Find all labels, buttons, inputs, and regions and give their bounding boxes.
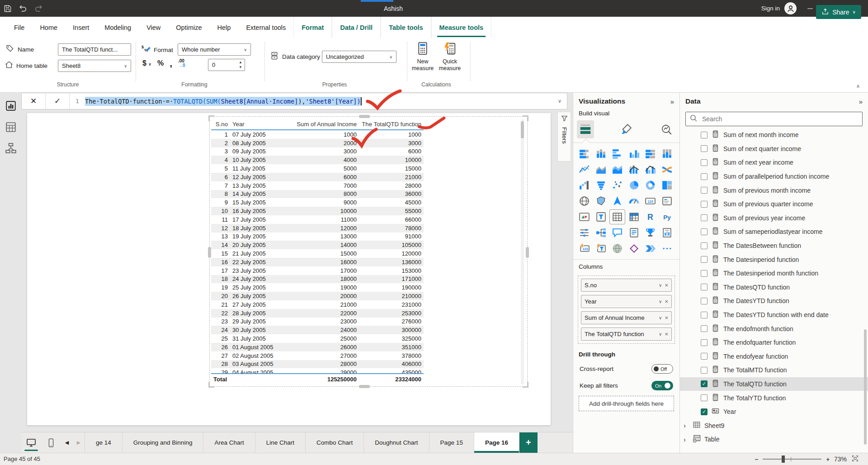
menu-tab-file[interactable]: File — [6, 17, 32, 38]
column-header-sum-of-annual-income[interactable]: Sum of Annual Income — [293, 121, 359, 128]
data-field-the-totalqtd-function[interactable]: ✓The TotalQTD function — [680, 377, 868, 391]
menu-tab-data-drill[interactable]: Data / Drill — [332, 17, 381, 38]
report-view-icon[interactable] — [4, 99, 18, 113]
resize-handle-sw[interactable] — [208, 382, 214, 388]
new-page-button[interactable]: + — [519, 432, 538, 453]
page-tab-grouping-and-binning[interactable]: Grouping and Binning — [122, 432, 203, 453]
page-tab-line-chart[interactable]: Line Chart — [255, 432, 305, 453]
drag-handle-bottom[interactable] — [359, 385, 370, 388]
visual-type-clustered-column-chart[interactable] — [627, 147, 642, 161]
drag-handle-top[interactable] — [359, 115, 370, 118]
analytics-tab[interactable] — [658, 120, 675, 138]
visual-type-ribbon-chart[interactable] — [660, 162, 675, 176]
add-drill-through-fields-well[interactable]: Add drill-through fields here — [579, 396, 674, 411]
field-checkbox[interactable] — [701, 242, 708, 249]
table-view-icon[interactable] — [4, 120, 18, 134]
visual-type-line-and-clustered-column-chart[interactable] — [643, 162, 658, 176]
table-row[interactable]: 1319 July 20051300091000 — [211, 232, 424, 241]
field-checkbox[interactable]: ✓ — [701, 380, 708, 387]
field-checkbox[interactable] — [701, 339, 708, 346]
menu-tab-format[interactable]: Format — [293, 17, 332, 38]
table-visual[interactable]: S.noYearSum of Annual IncomeThe TotalQTD… — [209, 116, 528, 387]
report-canvas[interactable]: S.noYearSum of Annual IncomeThe TotalQTD… — [21, 109, 573, 432]
currency-format-button[interactable]: $ ∨ — [142, 59, 151, 67]
resize-handle-nw[interactable] — [208, 115, 214, 121]
menu-tab-measure-tools[interactable]: Measure tools — [431, 17, 492, 38]
visual-type-stacked-column-chart[interactable] — [594, 147, 609, 161]
table-row[interactable]: 2702 August 200527000378000 — [211, 351, 424, 360]
table-row[interactable]: 2601 August 200526000351000 — [211, 343, 424, 351]
visual-type-r-script-visual[interactable]: R — [643, 210, 658, 224]
visual-type-stacked-bar-chart[interactable] — [577, 147, 592, 161]
field-checkbox[interactable] — [701, 159, 708, 166]
table-row[interactable]: 713 July 2005700028000 — [211, 181, 424, 190]
table-row[interactable]: 2531 July 200525000325000 — [211, 334, 424, 343]
data-field-the-endofmonth-function[interactable]: The endofmonth function — [680, 322, 868, 336]
page-tab-doughnut-chart[interactable]: Doughnut Chart — [363, 432, 429, 453]
page-tab-area-chart[interactable]: Area Chart — [203, 432, 255, 453]
field-checkbox[interactable] — [701, 353, 708, 360]
field-well-the-totalqtd-function[interactable]: The TotalQTD function∨× — [581, 327, 672, 341]
visual-type-multi-row-card[interactable] — [660, 194, 675, 208]
table-row[interactable]: 107 July 200510001000 — [211, 130, 424, 139]
data-field-the-datesbetween-function[interactable]: The DatesBetween function — [680, 239, 868, 253]
expand-chevron-icon[interactable]: › — [684, 422, 689, 429]
data-category-select[interactable]: Uncategorized∨ — [322, 51, 396, 63]
data-field-sum-of-next-month-income[interactable]: Sum of next month income — [680, 128, 868, 142]
table-row[interactable]: 2026 July 200520000210000 — [211, 292, 424, 300]
resize-handle-se[interactable] — [523, 382, 528, 388]
data-field-sum-of-previous-year-income[interactable]: Sum of previous year income — [680, 211, 868, 225]
field-well-year[interactable]: Year∨× — [581, 295, 672, 308]
visual-type-clustered-bar-chart[interactable] — [610, 147, 625, 161]
format-visual-tab[interactable] — [618, 120, 635, 138]
sign-in-link[interactable]: Sign in — [761, 5, 780, 12]
field-well-s-no[interactable]: S.no∨× — [581, 279, 672, 292]
page-tab-page-16[interactable]: Page 16 — [474, 432, 519, 453]
formula-input[interactable]: The·TotalQTD·function·=·TOTALQTD(SUM(She… — [85, 93, 362, 109]
menu-tab-view[interactable]: View — [139, 17, 168, 38]
data-field-sum-of-previous-quarter-income[interactable]: Sum of previous quarter income — [680, 197, 868, 211]
commit-formula-button[interactable]: ✓ — [46, 93, 70, 109]
visual-type-power-automate[interactable] — [643, 242, 658, 256]
visual-type-smart-narrative[interactable] — [627, 226, 642, 240]
thousands-separator-button[interactable]: , — [170, 61, 172, 66]
remove-field-icon[interactable]: × — [665, 298, 668, 305]
field-checkbox[interactable] — [701, 270, 708, 277]
build-visual-tab[interactable] — [577, 120, 594, 138]
table-row[interactable]: 2228 July 200522000253000 — [211, 309, 424, 318]
visual-type-scatter-chart[interactable] — [610, 178, 625, 192]
visual-type-100-stacked-column-chart[interactable] — [660, 147, 675, 161]
field-checkbox[interactable] — [701, 187, 708, 194]
drag-handle-left[interactable] — [208, 247, 211, 258]
visual-type-funnel-chart[interactable] — [594, 178, 609, 192]
table-row[interactable]: 208 July 200520003000 — [211, 139, 424, 147]
visual-type-new-card[interactable]: 123 — [577, 242, 592, 256]
resize-handle-ne[interactable] — [523, 115, 528, 121]
table-row[interactable]: 1218 July 20051200078000 — [211, 224, 424, 232]
model-view-icon[interactable] — [4, 142, 18, 155]
format-select[interactable]: Whole number∨ — [178, 43, 251, 56]
share-button[interactable]: Share ∨ — [816, 5, 861, 19]
visual-type-stacked-area-chart[interactable] — [610, 162, 625, 176]
table-row[interactable]: 1925 July 200519000190000 — [211, 283, 424, 292]
field-checkbox[interactable] — [701, 256, 708, 263]
page-tab-ge-14[interactable]: ge 14 — [85, 432, 122, 453]
collapse-visualizations-icon[interactable]: » — [670, 98, 674, 105]
visual-type-100-stacked-bar-chart[interactable] — [643, 147, 658, 161]
filters-pane-collapsed[interactable]: Filters — [557, 112, 571, 161]
search-input[interactable] — [701, 115, 852, 123]
data-field-sum-of-previous-month-income[interactable]: Sum of previous month income — [680, 183, 868, 197]
field-checkbox[interactable] — [701, 173, 708, 180]
field-well-sum-of-annual-income[interactable]: Sum of Annual Income∨× — [581, 311, 672, 324]
table-row[interactable]: 2430 July 200524000300000 — [211, 326, 424, 334]
table-row[interactable]: 2803 August 200528000406000 — [211, 360, 424, 369]
visual-type-arcgis-map[interactable] — [610, 242, 625, 256]
table-row[interactable]: 1824 July 200518000171000 — [211, 275, 424, 284]
data-field-the-endofquarter-function[interactable]: The endofquarter function — [680, 336, 868, 350]
mobile-layout-icon[interactable] — [41, 432, 61, 453]
visual-type-slicer[interactable] — [594, 210, 609, 224]
data-field-the-totalmtd-function[interactable]: The TotalMTD function — [680, 363, 868, 377]
new-measure-button[interactable]: New measure — [410, 42, 435, 71]
data-field-sum-of-sameperiodlastyear-income[interactable]: Sum of sameperiodlastyear income — [680, 225, 868, 239]
collapse-ribbon-icon[interactable]: ∧ — [856, 83, 860, 89]
